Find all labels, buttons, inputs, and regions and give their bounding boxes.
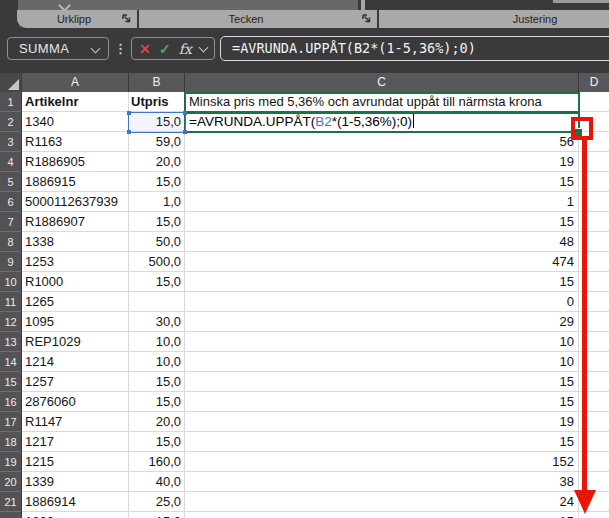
cell-a19[interactable]: 1215 bbox=[25, 452, 54, 471]
table-row[interactable]: 188691515,015 bbox=[22, 172, 609, 192]
cell-a15[interactable]: 1257 bbox=[25, 372, 54, 391]
cell-a9[interactable]: 1253 bbox=[25, 252, 54, 271]
row-header-20[interactable]: 20 bbox=[0, 472, 21, 492]
cell-a4[interactable]: R1886905 bbox=[25, 152, 85, 171]
cell-a7[interactable]: R1886907 bbox=[25, 212, 85, 231]
cell-c11[interactable]: 0 bbox=[189, 292, 574, 311]
cell-b16[interactable]: 15,0 bbox=[129, 392, 181, 411]
cell-a14[interactable]: 1214 bbox=[25, 352, 54, 371]
table-row[interactable]: 133850,048 bbox=[22, 232, 609, 252]
table-row[interactable]: R114720,019 bbox=[22, 412, 609, 432]
column-header-b[interactable]: B bbox=[128, 73, 184, 92]
cell-a21[interactable]: 1886914 bbox=[25, 492, 76, 511]
cell-c14[interactable]: 10 bbox=[189, 352, 574, 371]
cell-b4[interactable]: 20,0 bbox=[129, 152, 181, 171]
select-all-button[interactable] bbox=[0, 73, 21, 92]
row-header-2[interactable]: 2 bbox=[0, 112, 21, 132]
cell-b14[interactable]: 10,0 bbox=[129, 352, 181, 371]
cell-c12[interactable]: 29 bbox=[189, 312, 574, 331]
table-row[interactable]: 1253500,0474 bbox=[22, 252, 609, 272]
cell-c15[interactable]: 15 bbox=[189, 372, 574, 391]
cell-c21[interactable]: 24 bbox=[189, 492, 574, 511]
cell-a18[interactable]: 1217 bbox=[25, 432, 54, 451]
table-row[interactable]: 125715,015 bbox=[22, 372, 609, 392]
cell-a10[interactable]: R1000 bbox=[25, 272, 63, 291]
table-row[interactable]: R116359,056 bbox=[22, 132, 609, 152]
chevron-down-icon[interactable] bbox=[199, 42, 209, 52]
cell-b10[interactable]: 15,0 bbox=[129, 272, 181, 291]
row-header-4[interactable]: 4 bbox=[0, 152, 21, 172]
formula-bar-drag-handle[interactable]: ⋮ bbox=[114, 37, 127, 60]
row-header-22[interactable]: 22 bbox=[0, 512, 21, 518]
cell-c9[interactable]: 474 bbox=[189, 252, 574, 271]
table-row[interactable]: REP102910,010 bbox=[22, 332, 609, 352]
cell-b15[interactable]: 15,0 bbox=[129, 372, 181, 391]
cell-a12[interactable]: 1095 bbox=[25, 312, 54, 331]
row-header-19[interactable]: 19 bbox=[0, 452, 21, 472]
cell-c17[interactable]: 19 bbox=[189, 412, 574, 431]
row-header-5[interactable]: 5 bbox=[0, 172, 21, 192]
table-row[interactable]: 122315,015 bbox=[22, 512, 609, 518]
row-header-9[interactable]: 9 bbox=[0, 252, 21, 272]
cell-c22[interactable]: 15 bbox=[189, 512, 574, 518]
row-header-17[interactable]: 17 bbox=[0, 412, 21, 432]
name-box[interactable]: SUMMA bbox=[7, 37, 109, 60]
row-header-14[interactable]: 14 bbox=[0, 352, 21, 372]
row-header-18[interactable]: 18 bbox=[0, 432, 21, 452]
table-row[interactable]: 12650 bbox=[22, 292, 609, 312]
cell-c13[interactable]: 10 bbox=[189, 332, 574, 351]
cancel-icon[interactable]: ✕ bbox=[139, 41, 151, 57]
cell-b12[interactable]: 30,0 bbox=[129, 312, 181, 331]
cell-b1[interactable]: Utpris bbox=[131, 92, 183, 111]
chevron-down-icon[interactable] bbox=[91, 44, 101, 54]
cell-c6[interactable]: 1 bbox=[189, 192, 574, 211]
row-header-13[interactable]: 13 bbox=[0, 332, 21, 352]
formula-bar-input[interactable]: =AVRUNDA.UPPÅT(B2*(1-5,36%);0) bbox=[220, 36, 609, 61]
cell-b8[interactable]: 50,0 bbox=[129, 232, 181, 251]
cell-c7[interactable]: 15 bbox=[189, 212, 574, 231]
cell-b11[interactable] bbox=[129, 292, 181, 311]
dialog-launcher-icon-tecken[interactable] bbox=[361, 13, 372, 24]
cell-b21[interactable]: 25,0 bbox=[129, 492, 181, 511]
cell-c2-edit-text[interactable]: =AVRUNDA.UPPÅT(B2*(1-5,36%);0) bbox=[189, 112, 414, 132]
cell-c16[interactable]: 15 bbox=[189, 392, 574, 411]
cell-a20[interactable]: 1339 bbox=[25, 472, 54, 491]
row-header-3[interactable]: 3 bbox=[0, 132, 21, 152]
cell-c8[interactable]: 48 bbox=[189, 232, 574, 251]
cell-c5[interactable]: 15 bbox=[189, 172, 574, 191]
cell-b7[interactable]: 15,0 bbox=[129, 212, 181, 231]
column-header-a[interactable]: A bbox=[21, 73, 128, 92]
cell-b9[interactable]: 500,0 bbox=[129, 252, 181, 271]
cell-c20[interactable]: 38 bbox=[189, 472, 574, 491]
cell-b17[interactable]: 20,0 bbox=[129, 412, 181, 431]
cell-a13[interactable]: REP1029 bbox=[25, 332, 81, 351]
cell-a1[interactable]: Artikelnr bbox=[25, 92, 78, 111]
cell-b5[interactable]: 15,0 bbox=[129, 172, 181, 191]
cell-b19[interactable]: 160,0 bbox=[129, 452, 181, 471]
cell-c19[interactable]: 152 bbox=[189, 452, 574, 471]
column-header-c[interactable]: C bbox=[184, 73, 578, 92]
cell-c10[interactable]: 15 bbox=[189, 272, 574, 291]
cell-a17[interactable]: R1147 bbox=[25, 412, 62, 431]
row-header-10[interactable]: 10 bbox=[0, 272, 21, 292]
row-header-8[interactable]: 8 bbox=[0, 232, 21, 252]
table-row[interactable]: R188690520,019 bbox=[22, 152, 609, 172]
cell-b20[interactable]: 40,0 bbox=[129, 472, 181, 491]
table-row[interactable]: R100015,015 bbox=[22, 272, 609, 292]
row-header-11[interactable]: 11 bbox=[0, 292, 21, 312]
cell-c3[interactable]: 56 bbox=[189, 132, 574, 151]
formula-reference-border-b2[interactable] bbox=[128, 112, 186, 133]
cell-b18[interactable]: 15,0 bbox=[129, 432, 181, 451]
table-row[interactable]: R188690715,015 bbox=[22, 212, 609, 232]
cell-c4[interactable]: 19 bbox=[189, 152, 574, 171]
row-header-6[interactable]: 6 bbox=[0, 192, 21, 212]
cell-a11[interactable]: 1265 bbox=[25, 292, 54, 311]
row-header-21[interactable]: 21 bbox=[0, 492, 21, 512]
cell-a22[interactable]: 1223 bbox=[25, 512, 54, 518]
enter-icon[interactable]: ✓ bbox=[159, 41, 171, 57]
table-row[interactable]: 188691425,024 bbox=[22, 492, 609, 512]
dialog-launcher-icon-urklipp[interactable] bbox=[121, 13, 132, 24]
cell-b3[interactable]: 59,0 bbox=[129, 132, 181, 151]
cell-b6[interactable]: 1,0 bbox=[129, 192, 181, 211]
cell-b13[interactable]: 10,0 bbox=[129, 332, 181, 351]
